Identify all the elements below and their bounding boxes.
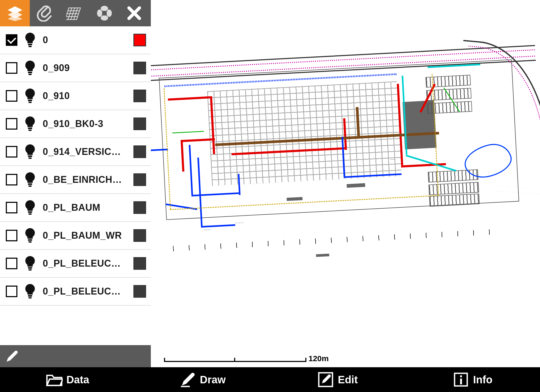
svg-point-11 <box>101 15 108 21</box>
layer-label: 0_914_VERSIC… <box>43 146 128 157</box>
svg-rect-32 <box>28 269 32 271</box>
sidebar-edit-bar[interactable] <box>0 345 151 367</box>
attachments-tab-button[interactable] <box>30 0 60 26</box>
link-tab-button[interactable] <box>90 0 119 26</box>
layer-label: 0_910_BK0-3 <box>43 118 128 129</box>
layer-color-swatch[interactable] <box>133 257 146 270</box>
layer-color-swatch[interactable] <box>133 117 146 130</box>
layer-color-swatch[interactable] <box>133 201 146 214</box>
nav-draw[interactable]: Draw <box>135 367 270 392</box>
edit-icon <box>317 371 334 388</box>
svg-rect-31 <box>28 267 32 269</box>
svg-rect-27 <box>28 211 32 213</box>
lightbulb-icon[interactable] <box>23 228 37 243</box>
layer-color-swatch[interactable] <box>133 90 146 102</box>
layer-visibility-checkbox[interactable] <box>6 118 17 130</box>
paperclip-icon <box>36 5 53 22</box>
svg-rect-33 <box>28 295 32 297</box>
layer-visibility-checkbox[interactable] <box>6 286 17 297</box>
layer-row[interactable]: 0_909 <box>0 54 151 82</box>
layer-color-swatch[interactable] <box>133 34 146 46</box>
layer-color-swatch[interactable] <box>133 285 146 298</box>
svg-rect-39 <box>460 379 462 384</box>
close-sidebar-button[interactable] <box>119 0 149 26</box>
lightbulb-icon[interactable] <box>23 200 37 215</box>
svg-rect-30 <box>28 241 32 243</box>
layer-row[interactable]: 0_PL_BAUM <box>0 194 151 222</box>
nav-info[interactable]: Info <box>405 367 540 392</box>
svg-rect-34 <box>28 297 32 298</box>
svg-point-12 <box>97 9 102 17</box>
nav-edit[interactable]: Edit <box>270 367 405 392</box>
grid-icon <box>66 5 83 22</box>
svg-point-10 <box>101 6 108 11</box>
layer-color-swatch[interactable] <box>133 145 146 158</box>
nav-info-label: Info <box>473 374 492 386</box>
scale-label: 120m <box>308 354 329 363</box>
layers-icon <box>7 5 23 22</box>
layer-visibility-checkbox[interactable] <box>6 258 17 269</box>
svg-rect-25 <box>28 183 32 185</box>
lightbulb-icon[interactable] <box>23 256 37 271</box>
layer-label: 0_909 <box>43 62 128 74</box>
layer-visibility-checkbox[interactable] <box>6 174 17 185</box>
layer-label: 0_PL_BELEUC… <box>43 258 128 269</box>
layer-row[interactable]: 0 <box>0 26 151 54</box>
layer-color-swatch[interactable] <box>133 173 146 186</box>
layer-visibility-checkbox[interactable] <box>6 230 17 241</box>
sidebar-toolbar <box>0 0 151 26</box>
layer-label: 0_PL_BELEUC… <box>43 286 128 297</box>
layer-label: 0_910 <box>43 90 128 101</box>
layer-label: 0_PL_BAUM <box>43 202 128 213</box>
layer-visibility-checkbox[interactable] <box>6 146 17 158</box>
lightbulb-icon[interactable] <box>23 88 37 104</box>
nav-draw-label: Draw <box>200 374 226 386</box>
svg-rect-19 <box>28 100 32 101</box>
layer-visibility-checkbox[interactable] <box>6 34 17 46</box>
lightbulb-icon[interactable] <box>23 144 37 160</box>
svg-rect-18 <box>28 74 32 75</box>
lightbulb-icon[interactable] <box>23 283 37 299</box>
lightbulb-icon[interactable] <box>23 60 37 76</box>
lightbulb-icon[interactable] <box>23 172 37 188</box>
layer-color-swatch[interactable] <box>133 62 146 74</box>
nav-edit-label: Edit <box>338 374 358 386</box>
map-canvas[interactable]: — — — ——— —— 120m <box>151 0 540 367</box>
pencil-icon <box>5 349 20 364</box>
svg-rect-22 <box>28 130 32 131</box>
layer-row[interactable]: 0_914_VERSIC… <box>0 138 151 166</box>
layer-visibility-checkbox[interactable] <box>6 62 17 74</box>
grid-tab-button[interactable] <box>60 0 89 26</box>
layer-label: 0 <box>43 35 128 46</box>
layer-row[interactable]: 0_PL_BAUM_WR <box>0 222 151 250</box>
info-icon <box>452 371 469 388</box>
svg-marker-2 <box>8 15 22 21</box>
lightbulb-icon[interactable] <box>23 32 37 48</box>
layer-color-swatch[interactable] <box>133 229 146 242</box>
nav-data-label: Data <box>66 374 89 386</box>
layer-visibility-checkbox[interactable] <box>6 90 17 102</box>
svg-rect-20 <box>28 102 32 103</box>
lightbulb-icon[interactable] <box>23 116 37 132</box>
scale-bar: 120m <box>164 351 329 362</box>
layers-sidebar: 00_9090_9100_910_BK0-30_914_VERSIC…0_BE_… <box>0 0 151 367</box>
svg-rect-29 <box>28 239 32 241</box>
bottom-nav: Data Draw Edit Info <box>0 367 540 392</box>
svg-point-13 <box>107 9 112 17</box>
layers-tab-button[interactable] <box>0 0 30 26</box>
layer-row[interactable]: 0_910_BK0-3 <box>0 110 151 138</box>
svg-rect-15 <box>28 44 32 45</box>
svg-rect-28 <box>28 213 32 215</box>
layer-row[interactable]: 0_910 <box>0 82 151 110</box>
svg-rect-24 <box>28 158 32 159</box>
nav-data[interactable]: Data <box>0 367 135 392</box>
close-icon <box>126 5 143 22</box>
site-plan-drawing: — — — ——— —— <box>151 43 534 299</box>
layer-row[interactable]: 0_PL_BELEUC… <box>0 278 151 306</box>
layer-label: 0_PL_BAUM_WR <box>43 230 128 241</box>
layer-row[interactable]: 0_BE_EINRICH… <box>0 166 151 194</box>
layer-visibility-checkbox[interactable] <box>6 202 17 213</box>
layer-row[interactable]: 0_PL_BELEUC… <box>0 250 151 278</box>
svg-rect-17 <box>28 72 32 73</box>
svg-rect-16 <box>28 46 32 47</box>
